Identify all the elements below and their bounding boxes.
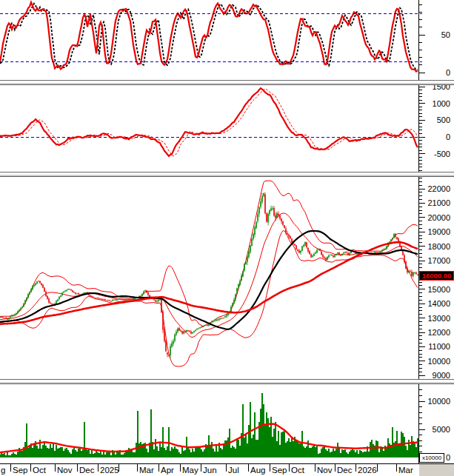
time-axis-label: Sep bbox=[272, 466, 287, 475]
y-axis-label: 50 bbox=[441, 30, 450, 39]
time-axis-label: Nov bbox=[317, 466, 332, 475]
y-axis-label: 11000 bbox=[428, 342, 450, 351]
y-axis-label: 1000 bbox=[433, 99, 450, 108]
y-axis-label: 19000 bbox=[427, 227, 450, 236]
y-axis-label: 14000 bbox=[427, 299, 450, 308]
time-axis-tick bbox=[137, 464, 138, 472]
y-axis-label: 0 bbox=[446, 68, 450, 77]
candle-bodies-up bbox=[0, 193, 415, 355]
y-axis: 500 bbox=[419, 4, 451, 77]
y-axis-label: 18000 bbox=[427, 242, 450, 251]
time-axis-tick bbox=[270, 464, 270, 472]
volume-panel: 1000050000 bbox=[0, 384, 454, 463]
time-axis-label: Oct bbox=[291, 466, 304, 475]
time-axis-tick bbox=[158, 464, 159, 472]
time-axis-label: Aug bbox=[250, 466, 265, 475]
momentum-plot[interactable]: 150010005000-500 bbox=[0, 85, 454, 172]
time-axis-tick bbox=[396, 464, 397, 472]
time-axis-label: Nov bbox=[57, 466, 72, 475]
volume-plot[interactable]: 1000050000 bbox=[0, 384, 454, 463]
time-axis-label: Dec bbox=[79, 466, 94, 475]
time-axis-tick bbox=[355, 464, 356, 472]
time-axis-tick bbox=[98, 464, 99, 472]
price-panel: 2200021000200001900018000170001600015000… bbox=[0, 177, 454, 379]
y-axis-label: 22000 bbox=[427, 184, 450, 193]
panel-splitter-1[interactable] bbox=[0, 80, 454, 85]
y-axis-label: 9000 bbox=[433, 371, 450, 379]
momentum-panel: 150010005000-500 bbox=[0, 85, 454, 172]
y-axis-label: 12000 bbox=[427, 328, 450, 337]
y-axis-label: 1500 bbox=[433, 85, 450, 91]
time-axis-tick bbox=[201, 464, 201, 472]
time-axis-label: Dec bbox=[337, 466, 352, 475]
time-axis-label: Oct bbox=[33, 466, 46, 475]
time-axis-tick bbox=[30, 464, 31, 472]
time-axis-label: 2025 bbox=[100, 466, 119, 475]
time-axis-label: 2026 bbox=[358, 466, 377, 475]
time-axis-label: Jun bbox=[203, 466, 217, 475]
momentum-main-line bbox=[0, 88, 418, 156]
bollinger-middle-band bbox=[0, 213, 418, 338]
trading-chart-window: 500 150010005000-500 2200021000200001900… bbox=[0, 0, 454, 476]
time-axis-tick bbox=[248, 464, 249, 472]
time-axis: gSepOctNovDec2025MarAprMayJunJulAugSepOc… bbox=[0, 463, 454, 476]
y-axis-label: 20000 bbox=[427, 213, 450, 222]
time-axis-label: May bbox=[182, 466, 198, 475]
stochastic-signal-line bbox=[0, 4, 418, 70]
time-axis-label: Sep bbox=[13, 466, 27, 475]
candle-wicks-up bbox=[0, 192, 415, 358]
time-axis-tick bbox=[180, 464, 181, 472]
y-axis-label: 10000 bbox=[427, 357, 450, 366]
time-axis-tick bbox=[55, 464, 56, 472]
time-axis-tick bbox=[377, 464, 378, 472]
momentum-signal-line bbox=[0, 89, 418, 156]
time-axis-tick bbox=[335, 464, 336, 472]
y-axis-label: 15000 bbox=[427, 285, 450, 294]
time-axis-corner bbox=[419, 464, 454, 476]
y-axis-label: 10000 bbox=[427, 397, 450, 406]
time-axis-tick bbox=[77, 464, 78, 472]
y-axis-label: 13000 bbox=[427, 314, 450, 323]
candle-wicks-down bbox=[1, 192, 418, 358]
time-axis-tick bbox=[10, 464, 11, 472]
y-axis-label: 5000 bbox=[433, 425, 450, 434]
candle-bodies-down bbox=[1, 194, 418, 355]
y-axis-label: 0 bbox=[446, 133, 450, 141]
y-axis-label: 21000 bbox=[427, 198, 450, 207]
time-axis-label: Mar bbox=[139, 466, 154, 475]
time-axis-label: Jul bbox=[228, 466, 239, 475]
stochastic-panel: 500 bbox=[0, 0, 454, 80]
time-axis-label: g bbox=[1, 466, 5, 475]
y-axis-label: 500 bbox=[437, 115, 450, 124]
time-axis-label: Mar bbox=[398, 466, 413, 475]
time-axis-tick bbox=[289, 464, 290, 472]
price-plot[interactable]: 2200021000200001900018000170001600015000… bbox=[0, 177, 454, 379]
time-axis-label: Apr bbox=[161, 466, 174, 475]
panel-splitter-2[interactable] bbox=[0, 172, 454, 177]
last-price-label: 16000.00 bbox=[419, 271, 454, 281]
y-axis: 1000050000 bbox=[419, 390, 451, 462]
time-axis-tick bbox=[226, 464, 227, 472]
volume-unit-label: x10000 bbox=[419, 453, 444, 463]
y-axis-label: 17000 bbox=[427, 256, 450, 265]
y-axis: 150010005000-500 bbox=[419, 85, 451, 170]
time-axis-tick bbox=[315, 464, 316, 472]
panel-splitter-3[interactable] bbox=[0, 379, 454, 384]
y-axis-label: 0 bbox=[446, 453, 450, 462]
stochastic-plot[interactable]: 500 bbox=[0, 0, 454, 80]
sma-red-line bbox=[0, 242, 418, 324]
y-axis-label: -500 bbox=[434, 150, 450, 158]
